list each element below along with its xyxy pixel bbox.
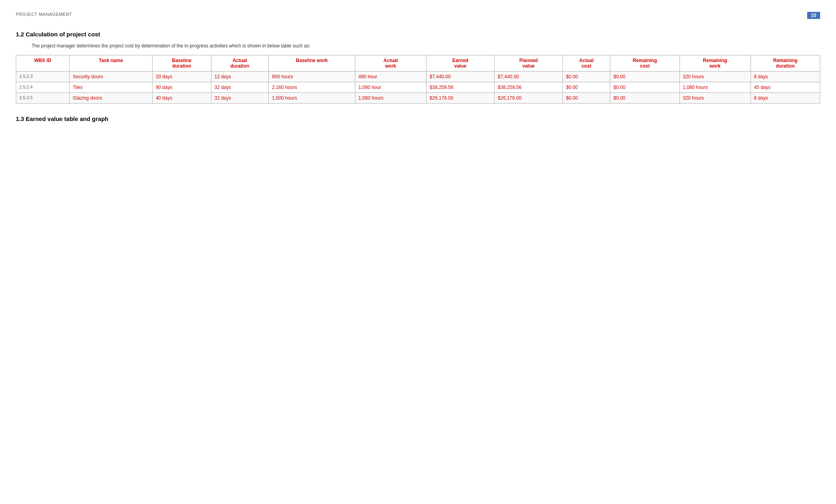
table-cell: $38,259.56 bbox=[426, 82, 494, 93]
table-cell: 45 days bbox=[751, 82, 820, 93]
table-row: 2.5.2.3Security doors20 days12 days800 h… bbox=[16, 72, 820, 82]
table-cell: 2.5.2.4 bbox=[16, 82, 70, 93]
section2-heading: 1.3 Earned value table and graph bbox=[16, 115, 820, 122]
table-cell: Security doors bbox=[70, 72, 153, 82]
table-cell: 12 days bbox=[211, 72, 269, 82]
table-cell: 20 days bbox=[152, 72, 211, 82]
table-cell: 8 days bbox=[751, 93, 820, 104]
section1-heading: 1.2 Calculation of project cost bbox=[16, 31, 820, 38]
table-cell: $0.00 bbox=[610, 82, 679, 93]
table-cell: $0.00 bbox=[610, 93, 679, 104]
col-remaining-cost: Remainingcost bbox=[610, 55, 679, 72]
table-cell: 32 days bbox=[211, 93, 269, 104]
table-cell: $38,259.56 bbox=[494, 82, 563, 93]
table-cell: 1,080 hours bbox=[679, 82, 751, 93]
table-cell: Glazing doors bbox=[70, 93, 153, 104]
col-earned-value: Earnedvalue bbox=[426, 55, 494, 72]
table-cell: $26,176.00 bbox=[426, 93, 494, 104]
table-cell: 1,080 hours bbox=[355, 93, 426, 104]
table-cell: $26,176.00 bbox=[494, 93, 563, 104]
table-cell: 800 hours bbox=[269, 72, 355, 82]
page-header: PROJECT MANAGEMENT 10 bbox=[16, 12, 820, 19]
col-baseline-duration: Baselineduration bbox=[152, 55, 211, 72]
table-cell: $0.00 bbox=[562, 82, 610, 93]
col-wbs-id: WBS ID bbox=[16, 55, 70, 72]
table-cell: 2.5.2.5 bbox=[16, 93, 70, 104]
project-cost-table: WBS ID Task name Baselineduration Actual… bbox=[16, 55, 820, 104]
table-cell: Tiles bbox=[70, 82, 153, 93]
table-header-row: WBS ID Task name Baselineduration Actual… bbox=[16, 55, 820, 72]
col-planned-value: Plannedvalue bbox=[494, 55, 563, 72]
table-cell: 1,600 hours bbox=[269, 93, 355, 104]
col-remaining-duration: Remainingduration bbox=[751, 55, 820, 72]
table-cell: 32 days bbox=[211, 82, 269, 93]
table-cell: $0.00 bbox=[562, 72, 610, 82]
table-row: 2.5.2.5Glazing doors40 days32 days1,600 … bbox=[16, 93, 820, 104]
col-remaining-work: Remainingwork bbox=[679, 55, 751, 72]
table-cell: $7,440.00 bbox=[426, 72, 494, 82]
table-cell: 8 days bbox=[751, 72, 820, 82]
table-cell: $0.00 bbox=[610, 72, 679, 82]
table-cell: $0.00 bbox=[562, 93, 610, 104]
table-cell: 320 hours bbox=[679, 93, 751, 104]
table-cell: 90 days bbox=[152, 82, 211, 93]
section1-description: The project manager determines the proje… bbox=[32, 43, 820, 49]
col-task-name: Task name bbox=[70, 55, 153, 72]
page-number: 10 bbox=[807, 12, 820, 19]
col-actual-cost: Actualcost bbox=[562, 55, 610, 72]
col-actual-duration: Actualduration bbox=[211, 55, 269, 72]
table-cell: 2,160 hours bbox=[269, 82, 355, 93]
table-cell: 320 hours bbox=[679, 72, 751, 82]
header-title: PROJECT MANAGEMENT bbox=[16, 12, 72, 17]
table-cell: $7,440.00 bbox=[494, 72, 563, 82]
table-cell: 1,080 hour bbox=[355, 82, 426, 93]
col-baseline-work: Baseline work bbox=[269, 55, 355, 72]
table-cell: 40 days bbox=[152, 93, 211, 104]
col-actual-work: Actualwork bbox=[355, 55, 426, 72]
table-row: 2.5.2.4Tiles90 days32 days2,160 hours1,0… bbox=[16, 82, 820, 93]
table-cell: 2.5.2.3 bbox=[16, 72, 70, 82]
table-cell: 480 hour bbox=[355, 72, 426, 82]
